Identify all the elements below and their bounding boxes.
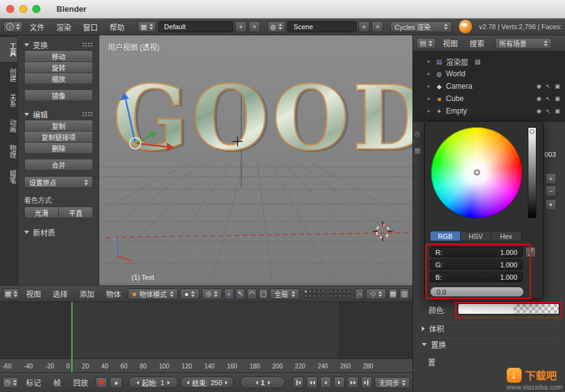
delete-button[interactable]: 删除 — [24, 142, 93, 154]
color-wheel-handle[interactable] — [474, 170, 479, 175]
tab-hex[interactable]: Hex — [491, 231, 522, 241]
editor-type-button-outliner[interactable]: ▤ — [416, 38, 436, 49]
viewport-3d[interactable]: GOOD 用户视图 (透视) z x (1) Text — [99, 35, 412, 285]
scene-add-button[interactable]: + — [358, 21, 370, 32]
mirror-button[interactable]: 镜像 — [24, 89, 93, 101]
play-button[interactable] — [334, 376, 345, 388]
outliner-row-camera[interactable]: + ◆ Camera ◉ ↖ ▣ — [413, 80, 565, 92]
shelf-tab-animation[interactable]: 动画 — [0, 114, 17, 139]
panel-header-volume[interactable]: 体积 — [422, 322, 558, 334]
selectability-cursor-icon[interactable]: ↖ — [546, 96, 551, 102]
shelf-tab-create[interactable]: 创建 — [0, 63, 17, 88]
snap-magnet-button[interactable]: ∩ — [355, 288, 365, 300]
expand-icon[interactable]: + — [427, 83, 432, 90]
editor-type-button-info[interactable]: i — [3, 21, 23, 32]
shade-smooth-button[interactable]: 光滑 — [24, 207, 59, 218]
material-slot-remove-button[interactable]: − — [545, 185, 556, 197]
frame-end-field[interactable]: 结束: 250 — [180, 376, 234, 388]
manipulator-translate-button[interactable]: + — [224, 288, 234, 300]
shelf-tab-tools[interactable]: 工具 — [0, 37, 17, 63]
layout-name-field[interactable]: Default — [158, 21, 233, 32]
current-frame-field[interactable]: 1 — [240, 376, 285, 388]
value-slider[interactable] — [528, 127, 536, 218]
manipulator-scale-button[interactable]: ▢ — [259, 288, 269, 300]
rotate-button[interactable]: 旋转 — [24, 61, 93, 73]
panel-header-edit[interactable]: 编辑 — [24, 109, 93, 120]
shelf-tab-physics[interactable]: 物理 — [0, 139, 17, 164]
snap-element-select[interactable]: ◇ — [366, 288, 386, 300]
text-object-good[interactable]: GOOD — [113, 74, 412, 162]
menu-view[interactable]: 视图 — [21, 288, 46, 299]
renderability-camera-icon[interactable]: ▣ — [554, 108, 560, 114]
menubar-item-window[interactable]: 窗口 — [78, 22, 103, 32]
sync-mode-select[interactable]: 无同步 — [375, 377, 410, 388]
value-slider-handle[interactable] — [530, 129, 535, 134]
visibility-eye-icon[interactable]: ◉ — [536, 96, 541, 102]
duplicate-button[interactable]: 复制 — [24, 120, 93, 131]
render-opengl-anim-button[interactable]: ▥ — [399, 288, 409, 300]
material-specials-button[interactable]: ▼ — [545, 199, 556, 210]
expand-icon[interactable]: + — [427, 96, 432, 102]
scene-name-field[interactable]: Scene — [287, 21, 356, 32]
scale-button[interactable]: 缩放 — [24, 73, 93, 84]
move-button[interactable]: 移动 — [24, 50, 93, 62]
shade-flat-button[interactable]: 平直 — [58, 207, 93, 218]
close-button[interactable] — [6, 5, 14, 13]
slider-blue[interactable]: B: 1.000 — [430, 272, 523, 282]
menu-select[interactable]: 选择 — [48, 288, 73, 299]
outliner-row-cube[interactable]: + ■ Cube ◉ ↖ ▣ — [413, 92, 565, 105]
minimize-button[interactable] — [19, 5, 27, 13]
mode-select[interactable]: ■ 物体模式 — [128, 288, 178, 300]
panel-header-new-material[interactable]: 新材质 — [24, 226, 93, 238]
panel-header-transform[interactable]: 变换 — [24, 39, 93, 50]
wheel-value-slider[interactable]: 0.0 — [430, 287, 524, 297]
scene-browse-button[interactable]: ◍ — [267, 21, 286, 32]
zoom-button[interactable] — [32, 5, 40, 13]
color-wheel[interactable] — [431, 127, 522, 218]
outliner-row-empty[interactable]: + + Empty ◉ ↖ ▣ — [413, 105, 565, 117]
menu-frame[interactable]: 帧 — [48, 377, 66, 388]
timeline-ruler[interactable]: -60-40 -200 2040 6080 100120 140160 1802… — [0, 359, 412, 372]
selectability-cursor-icon[interactable]: ↖ — [546, 83, 551, 89]
panel-icon[interactable]: ▦ — [414, 146, 420, 154]
eyedropper-button[interactable]: ╱ — [525, 247, 536, 257]
menu-playback[interactable]: 回放 — [68, 377, 93, 388]
shelf-tab-grease[interactable]: 蜡笔 — [0, 164, 17, 190]
scene-delete-button[interactable]: × — [371, 21, 383, 32]
duplicate-linked-button[interactable]: 复制链接项 — [24, 131, 93, 143]
color-field[interactable] — [458, 303, 559, 314]
outliner-scope-select[interactable]: 所有场景 — [495, 38, 552, 49]
layers-widget[interactable] — [304, 290, 350, 298]
layout-browse-button[interactable]: ▦ — [138, 21, 156, 32]
set-origin-menu[interactable]: 设置原点 — [24, 176, 93, 188]
layout-delete-button[interactable]: × — [249, 21, 260, 32]
renderability-camera-icon[interactable]: ▣ — [554, 96, 560, 102]
expand-icon[interactable]: + — [427, 108, 432, 115]
tab-rgb[interactable]: RGB — [430, 231, 461, 241]
panel-header-displacement[interactable]: 置换 — [422, 338, 558, 350]
renderability-camera-icon[interactable]: ▣ — [554, 83, 560, 89]
manipulator-cursor-button[interactable]: ↖ — [236, 288, 246, 300]
keying-set-button[interactable]: ● — [110, 377, 122, 388]
selectability-cursor-icon[interactable]: ↖ — [546, 108, 551, 114]
jump-to-end-button[interactable] — [361, 376, 372, 388]
render-engine-select[interactable]: Cycles 渲染 — [390, 21, 452, 32]
menu-marker[interactable]: 标记 — [21, 377, 46, 388]
next-keyframe-button[interactable] — [347, 376, 358, 388]
menubar-item-file[interactable]: 文件 — [25, 22, 50, 32]
editor-type-button-3dview[interactable]: ▦ — [3, 288, 19, 300]
layout-add-button[interactable]: + — [235, 21, 247, 32]
shelf-tab-relations[interactable]: 关系 — [0, 88, 17, 114]
menu-add[interactable]: 添加 — [74, 288, 99, 299]
editor-type-button-timeline[interactable]: ◷ — [2, 377, 19, 388]
manipulator-rotate-button[interactable]: ◠ — [247, 288, 257, 300]
menubar-item-render[interactable]: 渲染 — [51, 22, 76, 32]
menu-outliner-search[interactable]: 搜索 — [465, 38, 489, 48]
pin-icon[interactable]: ◎ — [414, 130, 420, 138]
orientation-select[interactable]: 全局 — [270, 288, 300, 300]
slider-green[interactable]: G: 1.000 — [430, 259, 523, 270]
shading-select[interactable]: ● — [180, 288, 200, 300]
menu-outliner-view[interactable]: 视图 — [438, 38, 463, 48]
pivot-select[interactable]: ◎ — [202, 288, 223, 300]
prev-keyframe-button[interactable] — [306, 376, 318, 388]
